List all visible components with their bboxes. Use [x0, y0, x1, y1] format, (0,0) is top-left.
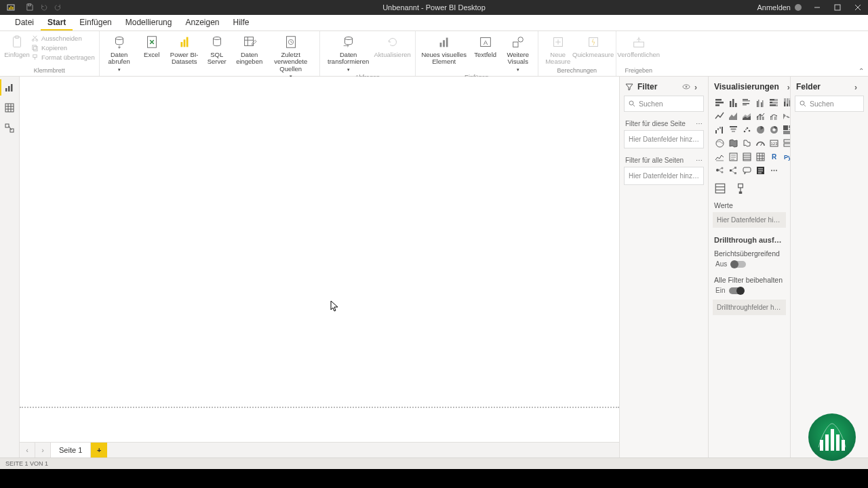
viz-stacked-bar-icon[interactable]: [714, 97, 725, 108]
quick-measure-button[interactable]: Quickmeasure: [575, 33, 612, 58]
viz-gauge-icon[interactable]: [755, 138, 766, 148]
tab-anzeigen[interactable]: Anzeigen: [178, 15, 226, 30]
viz-stacked-area-icon[interactable]: [741, 110, 752, 121]
canvas-resize-gutter[interactable]: [20, 407, 619, 442]
get-data-button[interactable]: Daten abrufen▾: [104, 33, 135, 73]
add-page-button[interactable]: +: [91, 443, 107, 458]
viz-shape-map-icon[interactable]: [741, 138, 752, 148]
svg-rect-54: [5, 124, 9, 127]
cross-report-label: Berichtsübergreifend: [709, 245, 790, 259]
fields-search-input[interactable]: Suchen: [795, 96, 864, 112]
viz-matrix-icon[interactable]: [755, 151, 766, 162]
viz-funnel-icon[interactable]: [728, 124, 738, 135]
svg-rect-2: [11, 6, 12, 9]
new-visual-button[interactable]: Neues visuelles Element: [420, 33, 469, 66]
transform-data-button[interactable]: Daten transformieren▾: [324, 33, 373, 73]
more-icon[interactable]: ⋯: [696, 157, 703, 164]
tab-einfuegen[interactable]: Einfügen: [73, 15, 118, 30]
viz-table-icon[interactable]: [741, 151, 752, 162]
paste-button[interactable]: Einfügen: [1, 33, 33, 58]
recent-sources-button[interactable]: Zuletzt verwendete Quellen▾: [267, 33, 315, 79]
filter-search-input[interactable]: Suchen: [624, 96, 704, 112]
close-button[interactable]: [848, 0, 868, 15]
visualization-picker: 123 R Py: [709, 96, 790, 180]
copy-icon: [31, 44, 39, 52]
ribbon-collapse-button[interactable]: ⌃: [859, 67, 864, 75]
keep-filters-toggle[interactable]: [729, 287, 744, 294]
filter-all-dropzone[interactable]: Hier Datenfelder hinzufüg…: [624, 167, 704, 185]
page-next-button[interactable]: ›: [35, 443, 51, 458]
clipboard-icon: [9, 34, 25, 50]
drillthrough-dropzone[interactable]: Drillthroughfelder hier hinz…: [713, 300, 786, 315]
more-visuals-button[interactable]: Weitere Visuals▾: [502, 33, 534, 73]
report-canvas[interactable]: [20, 77, 619, 407]
excel-button[interactable]: Excel: [136, 33, 167, 58]
viz-donut-icon[interactable]: [768, 124, 779, 135]
redo-icon[interactable]: [54, 3, 62, 12]
undo-icon[interactable]: [40, 3, 47, 12]
viz-narrative-icon[interactable]: [755, 165, 766, 176]
viz-scatter-icon[interactable]: [741, 124, 752, 135]
values-dropzone[interactable]: Hier Datenfelder hinzufügen: [713, 212, 786, 228]
viz-area-icon[interactable]: [728, 110, 738, 121]
viz-100-stacked-bar-icon[interactable]: [768, 97, 779, 108]
svg-rect-48: [11, 84, 13, 92]
viz-r-icon[interactable]: R: [768, 151, 779, 162]
sql-server-button[interactable]: SQL Server: [201, 33, 233, 66]
cross-report-toggle[interactable]: [731, 261, 746, 268]
viz-map-icon[interactable]: [714, 138, 725, 148]
viz-kpi-icon[interactable]: [714, 151, 725, 162]
more-icon[interactable]: ⋯: [696, 120, 703, 127]
viz-more-icon[interactable]: [768, 165, 779, 176]
viz-card-icon[interactable]: 123: [768, 138, 779, 148]
viz-combo-clustered-icon[interactable]: [768, 110, 779, 121]
viz-qa-icon[interactable]: [741, 165, 752, 176]
pbi-datasets-button[interactable]: Power BI-Datasets: [169, 33, 200, 66]
viz-clustered-bar-icon[interactable]: [741, 97, 752, 108]
publish-button[interactable]: Veröffentlichen: [620, 33, 657, 58]
cut-button[interactable]: Ausschneiden: [31, 35, 95, 42]
signin-button[interactable]: Anmelden: [751, 3, 807, 12]
viz-key-influencers-icon[interactable]: [714, 165, 725, 176]
page-prev-button[interactable]: ‹: [20, 443, 35, 458]
eye-icon[interactable]: [682, 83, 690, 91]
svg-rect-95: [717, 128, 719, 130]
viz-pie-icon[interactable]: [755, 124, 766, 135]
collapse-filter-button[interactable]: ›: [694, 83, 703, 91]
new-measure-button[interactable]: Neue Measure: [542, 33, 574, 66]
tab-start[interactable]: Start: [41, 15, 73, 30]
filter-page-dropzone[interactable]: Hier Datenfelder hinzufüg…: [624, 130, 704, 148]
svg-rect-34: [439, 43, 441, 47]
svg-rect-66: [735, 103, 737, 107]
data-view-button[interactable]: [4, 102, 15, 113]
svg-rect-45: [633, 42, 644, 47]
viz-stacked-column-icon[interactable]: [728, 97, 738, 108]
svg-rect-65: [732, 99, 734, 107]
refresh-button[interactable]: Aktualisieren: [374, 33, 411, 58]
format-painter-button[interactable]: Format übertragen: [31, 54, 95, 61]
tab-hilfe[interactable]: Hilfe: [226, 15, 256, 30]
maximize-button[interactable]: [827, 0, 848, 15]
svg-point-19: [115, 37, 123, 39]
viz-combo-stacked-icon[interactable]: [755, 110, 766, 121]
collapse-fields-button[interactable]: ›: [854, 83, 863, 91]
page-tab-1[interactable]: Seite 1: [51, 443, 91, 458]
viz-line-icon[interactable]: [714, 110, 725, 121]
viz-filled-map-icon[interactable]: [728, 138, 738, 148]
copy-button[interactable]: Kopieren: [31, 44, 95, 52]
enter-data-button[interactable]: Daten eingeben: [234, 33, 265, 66]
tab-datei[interactable]: Datei: [8, 15, 41, 30]
save-icon[interactable]: [26, 3, 33, 12]
fields-well-tab[interactable]: [714, 182, 726, 195]
drillthrough-header: Drillthrough ausfü…: [709, 232, 790, 245]
format-tab[interactable]: [734, 182, 747, 195]
tab-modellierung[interactable]: Modellierung: [119, 15, 179, 30]
viz-clustered-column-icon[interactable]: [755, 97, 766, 108]
viz-decomposition-icon[interactable]: [728, 165, 738, 176]
viz-slicer-icon[interactable]: [728, 151, 738, 162]
viz-waterfall-icon[interactable]: [714, 124, 725, 135]
minimize-button[interactable]: [807, 0, 827, 15]
report-view-button[interactable]: [4, 82, 15, 93]
textbox-button[interactable]: ATextfeld: [470, 33, 501, 58]
model-view-button[interactable]: [4, 123, 15, 134]
